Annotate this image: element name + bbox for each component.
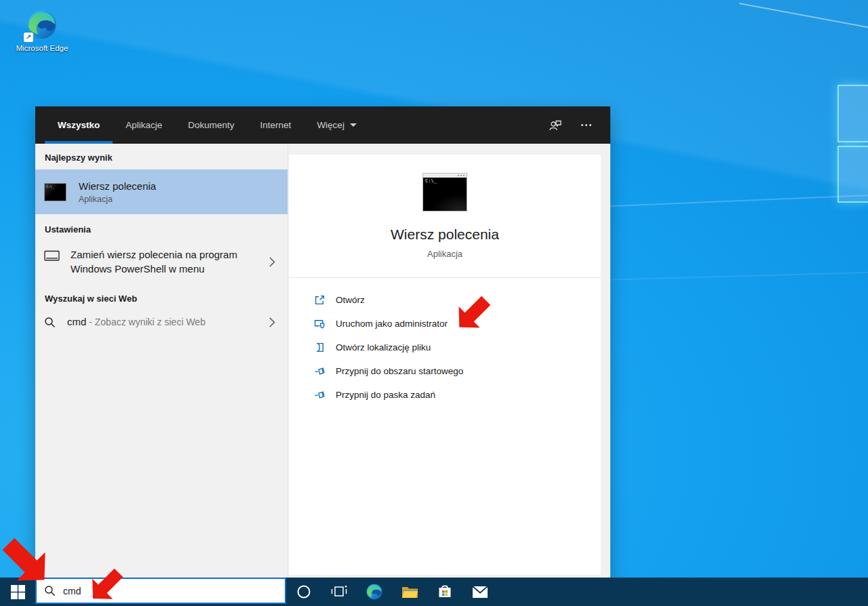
action-run-as-administrator[interactable]: Uruchom jako administrator — [314, 312, 601, 336]
tab-all[interactable]: Wszystko — [45, 106, 113, 144]
action-open-label: Otwórz — [336, 295, 365, 305]
desktop-shortcut-label: Microsoft Edge — [12, 44, 73, 52]
mail-button[interactable] — [462, 578, 498, 606]
cortana-button[interactable] — [286, 578, 321, 606]
action-run-as-administrator-label: Uruchom jako administrator — [336, 319, 448, 329]
search-icon — [44, 317, 56, 328]
chevron-right-icon — [269, 257, 275, 267]
start-button[interactable] — [0, 578, 35, 606]
search-icon — [44, 585, 56, 597]
result-web-search-cmd[interactable]: cmd - Zobacz wyniki z sieci Web — [35, 310, 288, 335]
desktop-shortcut-edge[interactable]: ↗ Microsoft Edge — [12, 8, 73, 52]
cmd-app-icon-large: C:\_ — [422, 173, 467, 211]
tab-documents-label: Dokumenty — [188, 120, 234, 130]
tab-web[interactable]: Internet — [248, 106, 304, 144]
web-search-suffix: - Zobacz wyniki z sieci Web — [86, 317, 205, 327]
result-settings-item[interactable]: Zamień wiersz polecenia na program Windo… — [35, 241, 288, 283]
account-feedback-icon[interactable] — [549, 119, 562, 132]
microsoft-store-button[interactable] — [427, 578, 462, 606]
taskbar-search-value: cmd — [63, 586, 81, 597]
more-options-icon[interactable] — [581, 124, 591, 126]
action-pin-to-taskbar[interactable]: Przypnij do paska zadań — [314, 383, 601, 407]
preview-app-subtitle: Aplikacja — [427, 249, 462, 259]
taskbar: cmd — [0, 578, 868, 606]
tab-web-label: Internet — [260, 120, 292, 130]
action-open-file-location[interactable]: Otwórz lokalizację pliku — [314, 336, 601, 359]
shortcut-arrow-icon: ↗ — [24, 33, 33, 42]
wallpaper-light-beam — [739, 3, 868, 30]
search-results-list: Najlepszy wynik C:\_ Wiersz polecenia Ap… — [35, 144, 288, 578]
windows-desktop: ↗ Microsoft Edge Wszystko Aplikacje Doku… — [0, 0, 868, 606]
settings-item-title: Zamień wiersz polecenia na program Windo… — [71, 247, 251, 276]
action-open[interactable]: Otwórz — [314, 288, 601, 312]
action-pin-to-start-label: Przypnij do obszaru startowego — [336, 366, 463, 376]
best-match-title: Wiersz polecenia — [79, 180, 156, 192]
best-match-subtitle: Aplikacja — [79, 195, 156, 204]
chevron-down-icon — [350, 123, 357, 127]
wallpaper-windows-logo-pane — [837, 146, 868, 203]
wallpaper-horizon-line — [595, 194, 868, 207]
tab-more[interactable]: Więcej — [304, 106, 370, 144]
action-pin-to-start[interactable]: Przypnij do obszaru startowego — [314, 359, 601, 383]
web-search-header: Wyszukaj w sieci Web — [35, 283, 288, 310]
tab-documents[interactable]: Dokumenty — [175, 106, 247, 144]
tab-more-label: Więcej — [317, 120, 344, 130]
result-best-match-cmd[interactable]: C:\_ Wiersz polecenia Aplikacja — [35, 169, 288, 214]
pin-icon — [314, 365, 326, 377]
wallpaper-windows-logo-pane — [837, 85, 868, 142]
pin-icon — [314, 389, 326, 401]
tab-all-label: Wszystko — [58, 120, 100, 130]
chevron-right-icon — [269, 317, 275, 327]
app-actions-list: Otwórz Uruchom jako administrator — [289, 278, 601, 407]
wallpaper-floor-line — [602, 272, 868, 281]
preview-app-title: Wiersz polecenia — [391, 226, 499, 243]
settings-window-icon — [44, 250, 60, 262]
file-explorer-button[interactable] — [392, 578, 427, 606]
edge-taskbar-button[interactable] — [357, 578, 392, 606]
taskbar-search-box[interactable]: cmd — [35, 578, 286, 604]
settings-header: Ustawienia — [35, 214, 288, 241]
action-open-file-location-label: Otwórz lokalizację pliku — [336, 342, 431, 352]
result-preview-pane: C:\_ Wiersz polecenia Aplikacja — [288, 144, 610, 578]
task-view-button[interactable] — [321, 578, 357, 606]
tab-apps[interactable]: Aplikacje — [113, 106, 175, 144]
best-match-header: Najlepszy wynik — [35, 144, 288, 169]
action-pin-to-taskbar-label: Przypnij do paska zadań — [336, 390, 435, 400]
tab-apps-label: Aplikacje — [125, 120, 162, 130]
web-search-query: cmd — [67, 316, 86, 327]
search-tabs-bar: Wszystko Aplikacje Dokumenty Internet Wi… — [35, 106, 610, 144]
cmd-app-icon: C:\_ — [44, 183, 66, 201]
admin-shield-icon — [314, 318, 326, 329]
file-location-icon — [314, 342, 326, 353]
search-flyout-panel: Wszystko Aplikacje Dokumenty Internet Wi… — [35, 106, 610, 578]
open-icon — [314, 294, 326, 306]
